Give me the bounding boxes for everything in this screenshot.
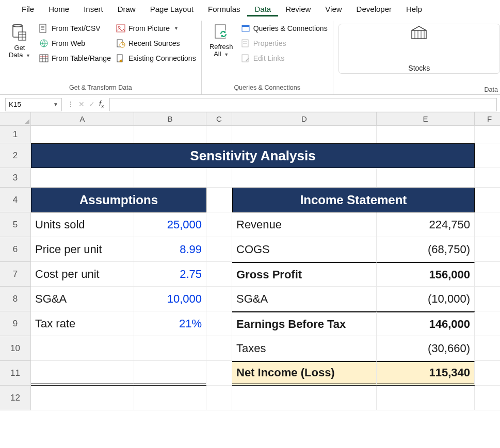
tab-home[interactable]: Home	[41, 2, 76, 16]
col-header-e[interactable]: E	[377, 112, 475, 126]
col-header-b[interactable]: B	[134, 112, 206, 126]
cell-e11[interactable]: 115,340	[377, 361, 475, 386]
col-header-c[interactable]: C	[206, 112, 232, 126]
enter-icon[interactable]: ✓	[89, 100, 95, 108]
cell-e7[interactable]: 156,000	[377, 262, 475, 287]
cell-d5[interactable]: Revenue	[232, 212, 377, 237]
row-header-10[interactable]: 10	[0, 336, 31, 361]
cell-f5[interactable]	[475, 212, 500, 237]
cell-e9[interactable]: 146,000	[377, 311, 475, 336]
edit-links-button[interactable]: Edit Links	[241, 54, 328, 63]
cell-e8[interactable]: (10,000)	[377, 287, 475, 311]
select-all-corner[interactable]	[0, 112, 31, 126]
cell-c10[interactable]	[206, 336, 232, 361]
row-header-12[interactable]: 12	[0, 386, 31, 410]
income-header[interactable]: Income Statement	[232, 188, 475, 212]
tab-data[interactable]: Data	[247, 2, 278, 16]
cell-a10[interactable]	[31, 336, 134, 361]
stocks-button[interactable]: Stocks	[338, 24, 500, 74]
cell-f6[interactable]	[475, 237, 500, 262]
tab-developer[interactable]: Developer	[349, 2, 399, 16]
properties-button[interactable]: Properties	[241, 39, 328, 48]
cell-a1[interactable]	[31, 126, 134, 143]
cell-e1[interactable]	[377, 126, 475, 143]
cell-f12[interactable]	[475, 386, 500, 410]
row-header-8[interactable]: 8	[0, 287, 31, 311]
cell-b11[interactable]	[134, 361, 206, 386]
tab-file[interactable]: File	[14, 2, 41, 16]
cell-d3[interactable]	[232, 168, 377, 188]
cell-f7[interactable]	[475, 262, 500, 287]
tab-help[interactable]: Help	[399, 2, 429, 16]
col-header-d[interactable]: D	[232, 112, 377, 126]
row-header-3[interactable]: 3	[0, 168, 31, 188]
cell-e6[interactable]: (68,750)	[377, 237, 475, 262]
cell-e5[interactable]: 224,750	[377, 212, 475, 237]
cell-c12[interactable]	[206, 386, 232, 410]
from-web-button[interactable]: From Web	[39, 39, 111, 48]
cell-f8[interactable]	[475, 287, 500, 311]
cell-f4[interactable]	[475, 188, 500, 212]
name-box[interactable]: K15 ▼	[5, 98, 62, 111]
chevron-down-icon[interactable]: ▼	[53, 102, 58, 107]
cell-c1[interactable]	[206, 126, 232, 143]
from-table-range-button[interactable]: From Table/Range	[39, 54, 111, 63]
cell-c11[interactable]	[206, 361, 232, 386]
formula-bar[interactable]	[109, 98, 497, 111]
cell-a9[interactable]: Tax rate	[31, 311, 134, 336]
tab-page-layout[interactable]: Page Layout	[143, 2, 201, 16]
cell-b3[interactable]	[134, 168, 206, 188]
title-banner[interactable]: Sensitivity Analysis	[31, 143, 475, 168]
refresh-all-button[interactable]: Refresh All ▼	[207, 22, 236, 60]
col-header-f[interactable]: F	[475, 112, 500, 126]
cell-f11[interactable]	[475, 361, 500, 386]
cell-c9[interactable]	[206, 311, 232, 336]
row-header-1[interactable]: 1	[0, 126, 31, 143]
cell-b1[interactable]	[134, 126, 206, 143]
cell-a3[interactable]	[31, 168, 134, 188]
cell-a11[interactable]	[31, 361, 134, 386]
cell-b12[interactable]	[134, 386, 206, 410]
assumptions-header[interactable]: Assumptions	[31, 188, 206, 212]
cell-b8[interactable]: 10,000	[134, 287, 206, 311]
cell-d1[interactable]	[232, 126, 377, 143]
cell-c7[interactable]	[206, 262, 232, 287]
cell-e12[interactable]	[377, 386, 475, 410]
cell-f3[interactable]	[475, 168, 500, 188]
row-header-4[interactable]: 4	[0, 188, 31, 212]
cell-b7[interactable]: 2.75	[134, 262, 206, 287]
row-header-5[interactable]: 5	[0, 212, 31, 237]
recent-sources-button[interactable]: Recent Sources	[116, 39, 196, 48]
cell-b5[interactable]: 25,000	[134, 212, 206, 237]
cell-d7[interactable]: Gross Profit	[232, 262, 377, 287]
cell-d6[interactable]: COGS	[232, 237, 377, 262]
cell-c3[interactable]	[206, 168, 232, 188]
spreadsheet-grid[interactable]: A B C D E F 1 2 Sensitivity Analysis 3 4…	[0, 112, 500, 410]
from-text-csv-button[interactable]: From Text/CSV	[39, 24, 111, 33]
tab-draw[interactable]: Draw	[110, 2, 143, 16]
cell-a7[interactable]: Cost per unit	[31, 262, 134, 287]
col-header-a[interactable]: A	[31, 112, 134, 126]
cell-c4[interactable]	[206, 188, 232, 212]
cell-d8[interactable]: SG&A	[232, 287, 377, 311]
cancel-icon[interactable]: ✕	[78, 100, 85, 108]
tab-formulas[interactable]: Formulas	[201, 2, 248, 16]
cell-c5[interactable]	[206, 212, 232, 237]
cell-b6[interactable]: 8.99	[134, 237, 206, 262]
row-header-9[interactable]: 9	[0, 311, 31, 336]
cell-e10[interactable]: (30,660)	[377, 336, 475, 361]
cell-f1[interactable]	[475, 126, 500, 143]
from-picture-button[interactable]: From Picture▼	[116, 24, 196, 33]
row-header-7[interactable]: 7	[0, 262, 31, 287]
row-header-11[interactable]: 11	[0, 361, 31, 386]
tab-insert[interactable]: Insert	[76, 2, 110, 16]
row-header-2[interactable]: 2	[0, 143, 31, 168]
cell-b10[interactable]	[134, 336, 206, 361]
cell-f2[interactable]	[475, 143, 500, 168]
row-header-6[interactable]: 6	[0, 237, 31, 262]
cell-a12[interactable]	[31, 386, 134, 410]
fx-icon[interactable]: fx	[99, 99, 104, 109]
cell-a5[interactable]: Units sold	[31, 212, 134, 237]
tab-view[interactable]: View	[318, 2, 349, 16]
get-data-button[interactable]: Get Data ▼	[5, 22, 34, 61]
